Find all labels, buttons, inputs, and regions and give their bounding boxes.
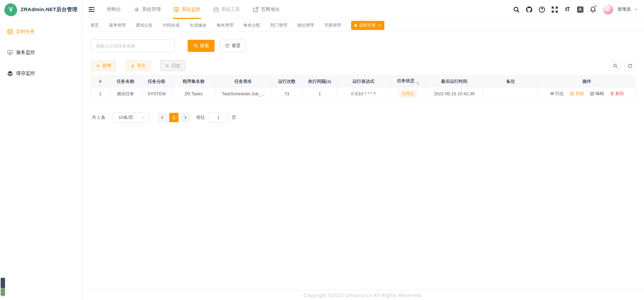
col-actions: 操作 bbox=[538, 76, 636, 87]
chevron-down-icon[interactable] bbox=[633, 7, 638, 12]
toggle-search-icon[interactable] bbox=[609, 60, 621, 71]
search-row: 搜索 重置 bbox=[91, 39, 636, 52]
page-unit-label: 页 bbox=[232, 114, 236, 121]
footer: Copyright ©2022 izhaorui.cn All Rights R… bbox=[82, 290, 644, 300]
cell-last-run: 2022-05-15 10:42:39 bbox=[426, 87, 483, 101]
nav-label: 系统工具 bbox=[221, 6, 240, 12]
cell-actions: 日志 启动 编辑 删除 bbox=[538, 87, 636, 101]
goto-label: 前往 bbox=[196, 114, 205, 121]
goto-page-input[interactable] bbox=[208, 112, 229, 123]
log-button[interactable]: 日志 bbox=[160, 60, 185, 71]
topnav: 控制台 系统管理 系统监控 bbox=[101, 0, 286, 19]
sidebar-item-cache-monitor[interactable]: 缓存监控 bbox=[0, 63, 82, 84]
fullscreen-icon[interactable] bbox=[549, 4, 560, 15]
row-log-button[interactable]: 日志 bbox=[550, 91, 564, 97]
tab-notice[interactable]: 通知公告 bbox=[136, 23, 153, 28]
tab-gen-modify[interactable]: 生成修改 bbox=[190, 23, 206, 28]
row-delete-button[interactable]: 删除 bbox=[610, 91, 624, 97]
app-title: ZRAdmin.NET后台管理 bbox=[21, 6, 77, 13]
log-lines-icon bbox=[165, 64, 169, 68]
main-area: 控制台 系统管理 系统监控 bbox=[82, 0, 644, 300]
sort-caret-icon[interactable] bbox=[416, 81, 419, 85]
collapse-menu-icon[interactable] bbox=[88, 6, 95, 13]
sidebar-item-label: 服务监控 bbox=[16, 49, 35, 56]
server-monitor-icon bbox=[7, 49, 13, 56]
tab-scheduled-task[interactable]: 定时任务 × bbox=[351, 21, 384, 30]
add-button[interactable]: 新增 bbox=[91, 60, 116, 71]
table-header-row: # 任务名称 任务分组 程序集名称 任务类名 运行次数 执行间隔(s) 运行表达… bbox=[91, 76, 636, 87]
eye-icon bbox=[550, 91, 555, 96]
topbar: 控制台 系统管理 系统监控 bbox=[82, 0, 644, 19]
cell-task-name: 测试任务 bbox=[110, 87, 142, 101]
page-size-select[interactable]: 10条/页 bbox=[113, 112, 149, 123]
logo-row: V ZRAdmin.NET后台管理 bbox=[0, 0, 82, 19]
cell-task-group: SYSTEM bbox=[142, 87, 172, 101]
tab-post-mgmt[interactable]: 岗位管理 bbox=[297, 23, 314, 28]
perf-monitor-top bbox=[1, 278, 5, 287]
help-icon[interactable] bbox=[536, 4, 547, 15]
search-icon[interactable] bbox=[511, 4, 522, 15]
sidebar-item-scheduled-task[interactable]: 定时任务 bbox=[0, 21, 82, 42]
tab-dept-mgmt[interactable]: 部门管理 bbox=[270, 23, 287, 28]
sidebar-item-service-monitor[interactable]: 服务监控 bbox=[0, 42, 82, 63]
sidebar-item-label: 缓存监控 bbox=[16, 70, 35, 76]
font-size-icon[interactable]: tT bbox=[562, 4, 573, 15]
nav-item-console[interactable]: 控制台 bbox=[101, 0, 127, 19]
perf-monitor-bars bbox=[1, 288, 5, 296]
nav-item-system-tools[interactable]: 系统工具 bbox=[207, 0, 247, 19]
col-status[interactable]: 任务状态 bbox=[390, 76, 426, 87]
bell-icon[interactable] bbox=[588, 4, 598, 15]
trash-icon bbox=[610, 91, 614, 96]
search-button[interactable]: 搜索 bbox=[188, 40, 215, 52]
perf-monitor-widget[interactable] bbox=[1, 278, 5, 296]
search-icon bbox=[193, 43, 198, 48]
tab-role-mgmt[interactable]: 角色管理 bbox=[217, 23, 233, 28]
translate-icon[interactable]: A bbox=[575, 4, 585, 15]
refresh-icon bbox=[225, 43, 230, 48]
col-remark: 备注 bbox=[483, 76, 538, 87]
avatar[interactable] bbox=[603, 4, 613, 14]
tab-label: 定时任务 bbox=[359, 23, 376, 28]
row-edit-button[interactable]: 编辑 bbox=[590, 91, 604, 97]
notification-dot bbox=[595, 5, 597, 7]
nav-item-system-mgmt[interactable]: 系统管理 bbox=[127, 0, 167, 19]
nav-item-website[interactable]: 官网地址 bbox=[247, 0, 286, 19]
prev-page-button[interactable] bbox=[158, 113, 167, 122]
nav-label: 系统监控 bbox=[182, 6, 200, 12]
timer-icon bbox=[7, 29, 13, 35]
row-start-button[interactable]: 启动 bbox=[570, 91, 584, 97]
action-row: 新增 导出 日志 bbox=[91, 60, 636, 71]
tab-menu-mgmt[interactable]: 菜单管理 bbox=[109, 23, 126, 28]
page-1-button[interactable]: 1 bbox=[169, 113, 179, 122]
chevron-right-icon bbox=[183, 115, 187, 120]
next-page-button[interactable] bbox=[181, 113, 190, 122]
select-arrow-icon bbox=[141, 115, 145, 120]
tab-home[interactable]: 首页 bbox=[90, 23, 99, 28]
refresh-table-icon[interactable] bbox=[624, 60, 636, 71]
table-tools bbox=[609, 60, 636, 71]
col-task-name: 任务名称 bbox=[110, 76, 142, 87]
cell-status: 已停止 bbox=[390, 87, 426, 101]
col-index: # bbox=[91, 76, 110, 87]
tab-dict-mgmt[interactable]: 字典管理 bbox=[324, 23, 341, 28]
nav-label: 控制台 bbox=[107, 6, 121, 12]
app-root: V ZRAdmin.NET后台管理 定时任务 服务监控 bbox=[0, 0, 644, 300]
tab-close-icon[interactable]: × bbox=[378, 23, 381, 28]
col-job-class: 任务类名 bbox=[216, 76, 271, 87]
nav-label: 系统管理 bbox=[142, 6, 161, 12]
sidebar: V ZRAdmin.NET后台管理 定时任务 服务监控 bbox=[0, 0, 82, 300]
github-icon[interactable] bbox=[524, 4, 534, 15]
tab-role-assign[interactable]: 角色分配 bbox=[243, 23, 260, 28]
cell-interval: 1 bbox=[303, 87, 337, 101]
nav-item-system-monitor[interactable]: 系统监控 bbox=[167, 0, 207, 19]
task-name-input[interactable] bbox=[91, 39, 175, 52]
cell-cron: 0 0/10 * * * ? bbox=[337, 87, 390, 101]
col-interval: 执行间隔(s) bbox=[303, 76, 337, 87]
plus-icon bbox=[96, 64, 100, 68]
tab-code-gen[interactable]: 代码生成 bbox=[163, 23, 180, 28]
active-tab-dot bbox=[354, 24, 357, 27]
reset-button[interactable]: 重置 bbox=[219, 40, 246, 52]
content: 搜索 重置 新增 导出 日志 bbox=[82, 32, 644, 290]
export-button[interactable]: 导出 bbox=[125, 60, 151, 71]
user-name[interactable]: 管理员 bbox=[617, 6, 631, 12]
